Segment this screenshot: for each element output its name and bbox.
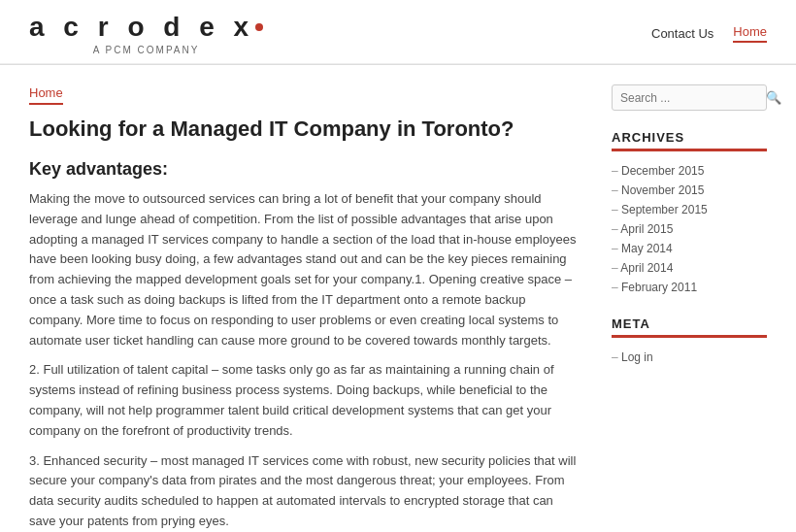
search-box[interactable]: 🔍 [612, 84, 767, 111]
nav-contact[interactable]: Contact Us [651, 26, 713, 41]
content-area: Home Looking for a Managed IT Company in… [29, 84, 582, 532]
sidebar: 🔍 ARCHIVES December 2015 November 2015 S… [612, 84, 767, 532]
nav-home[interactable]: Home [733, 24, 767, 43]
archive-item-dec2015[interactable]: December 2015 [612, 161, 767, 181]
archive-item-sep2015[interactable]: September 2015 [612, 200, 767, 219]
nav: Contact Us Home [651, 24, 767, 43]
logo-subtitle: A PCM COMPANY [29, 45, 263, 55]
search-icon: 🔍 [766, 90, 781, 105]
body-text: Making the move to outsourced services c… [29, 189, 582, 350]
section-title: Key advantages: [29, 159, 582, 180]
archive-item-feb2011[interactable]: February 2011 [612, 278, 767, 297]
meta-title: META [612, 316, 767, 338]
archive-item-may2014[interactable]: May 2014 [612, 239, 767, 258]
archive-item-nov2015[interactable]: November 2015 [612, 181, 767, 200]
main-container: Home Looking for a Managed IT Company in… [0, 65, 796, 532]
body-text-3: 3. Enhanced security – most managed IT s… [29, 451, 582, 532]
archive-item-apr2015[interactable]: April 2015 [612, 219, 767, 239]
page-title: Looking for a Managed IT Company in Toro… [29, 116, 582, 142]
logo-text: a c r o d e x [29, 12, 263, 43]
archives-title: ARCHIVES [612, 130, 767, 151]
archive-list: December 2015 November 2015 September 20… [612, 161, 767, 297]
site-header: a c r o d e x A PCM COMPANY Contact Us H… [0, 0, 796, 64]
breadcrumb[interactable]: Home [29, 85, 63, 105]
logo-dot [255, 23, 263, 31]
search-input[interactable] [620, 91, 766, 105]
body-text-2: 2. Full utilization of talent capital – … [29, 360, 582, 441]
archive-item-apr2014[interactable]: April 2014 [612, 258, 767, 278]
logo: a c r o d e x A PCM COMPANY [29, 12, 263, 55]
meta-login-link[interactable]: Log in [612, 348, 767, 367]
